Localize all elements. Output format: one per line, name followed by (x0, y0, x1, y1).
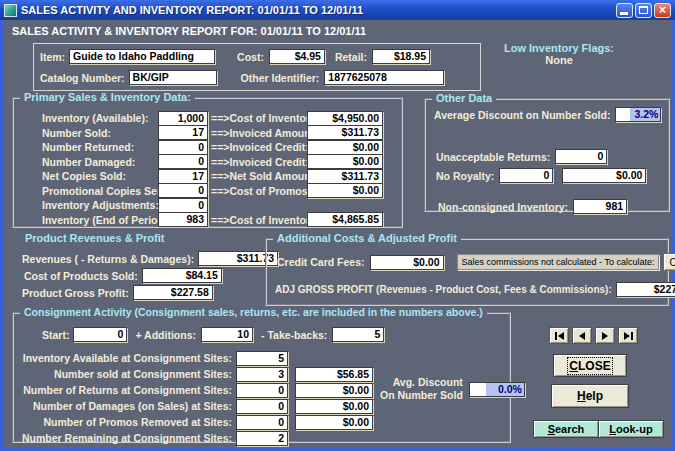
primary-row: Inventory (Available): 1,000 ==>Cost of … (42, 111, 401, 126)
primary-row: Number Damaged: 0 ==>Invoiced Credit: $0… (42, 155, 401, 170)
report-header: SALES ACTIVITY & INVENTORY REPORT FOR: 0… (12, 25, 366, 37)
close-icon: × (659, 4, 666, 16)
other-identifier-label: Other Identifier: (241, 72, 320, 84)
app-icon (4, 4, 17, 17)
non-consigned-inventory-field[interactable]: 981 (573, 199, 627, 214)
primary-row: Number Returned: 0 ==>Invoiced Credit: $… (42, 140, 401, 155)
number-sold-field[interactable]: 17 (158, 125, 208, 140)
avg-discount-label: Average Discount on Number Sold: (434, 109, 610, 121)
consignment-promos-field[interactable]: 0 (236, 415, 288, 430)
nav-previous-button[interactable] (572, 327, 592, 344)
consignment-takebacks-field[interactable]: 5 (332, 327, 384, 342)
additional-costs-group-title: Additional Costs & Adjusted Profit (273, 232, 461, 244)
avg-discount-field[interactable]: 3.2% (615, 107, 661, 122)
primary-row: Number Sold: 17 ==>Invoiced Amount: $311… (42, 126, 401, 141)
catalog-number-field[interactable]: BK/GIP (129, 70, 217, 85)
consignment-takebacks-label: - Take-backs: (261, 329, 327, 341)
nav-next-icon (602, 332, 608, 340)
consignment-returns-field[interactable]: 0 (236, 383, 288, 398)
minimize-icon (620, 12, 628, 15)
consignment-additions-field[interactable]: 10 (201, 327, 253, 342)
lookup-button[interactable]: Look-up (598, 420, 664, 438)
cost-label: Cost: (237, 51, 264, 63)
product-gross-profit-field[interactable]: $227.58 (133, 285, 213, 300)
no-royalty-label: No Royalty: (436, 170, 494, 182)
other-data-group-title: Other Data (432, 92, 496, 104)
nav-last-icon (624, 332, 630, 340)
consignment-start-field[interactable]: 0 (73, 327, 127, 342)
primary-row: Inventory Adjustments: 0 (42, 198, 401, 213)
nav-last-button[interactable] (618, 327, 638, 344)
cost-field[interactable]: $4.95 (269, 49, 325, 64)
promotional-copies-field[interactable]: 0 (158, 183, 208, 198)
adj-gross-profit-field[interactable]: $227.58 (616, 282, 675, 297)
low-inventory-flags-value: None (485, 54, 633, 66)
adj-gross-profit-label: ADJ GROSS PROFIT (Revenues - Product Cos… (275, 284, 612, 295)
nav-previous-icon (579, 332, 585, 340)
consignment-damages-field[interactable]: 0 (236, 399, 288, 414)
consignment-row: Inventory Available at Consignment Sites… (14, 350, 509, 366)
additional-costs-groupbox: Additional Costs & Adjusted Profit Credi… (265, 238, 669, 306)
other-data-groupbox: Other Data Average Discount on Number So… (424, 98, 670, 212)
product-revenues-title: Product Revenues & Profit (25, 232, 302, 244)
no-royalty-amount-field[interactable]: $0.00 (562, 168, 646, 183)
item-info-box: Item: Guide to Idaho Paddling Cost: $4.9… (33, 43, 481, 91)
consignment-additions-label: + Additions: (135, 329, 196, 341)
consignment-start-label: Start: (42, 329, 69, 341)
consignment-damages-amount-field[interactable]: $0.00 (295, 399, 373, 414)
primary-sales-group-title: Primary Sales & Inventory Data: (20, 91, 195, 103)
primary-row: Promotional Copies Sent: 0 ==>Cost of Pr… (42, 184, 401, 199)
low-inventory-flags-label: Low Inventory Flags: (485, 42, 633, 54)
net-sold-amount-field[interactable]: $311.73 (307, 169, 383, 184)
non-consigned-inventory-label: Non-consigned Inventory: (438, 201, 568, 213)
search-button[interactable]: Search (533, 420, 599, 438)
invoiced-credit-damaged-field[interactable]: $0.00 (307, 154, 383, 169)
retail-field[interactable]: $18.95 (372, 49, 430, 64)
help-button[interactable]: Help (551, 384, 629, 408)
consignment-available-field[interactable]: 5 (236, 351, 288, 366)
no-royalty-count-field[interactable]: 0 (499, 168, 553, 183)
unacceptable-returns-label: Unacceptable Returns: (436, 151, 550, 163)
consignment-group-title: Consignment Activity (Consignment sales,… (20, 306, 487, 318)
other-identifier-field[interactable]: 1877625078 (324, 70, 444, 85)
invoiced-credit-returned-field[interactable]: $0.00 (307, 140, 383, 155)
nav-first-button[interactable] (549, 327, 569, 344)
cost-of-promos-field[interactable]: $0.00 (307, 183, 383, 198)
record-navigator (549, 327, 638, 344)
calculate-button[interactable]: Calculate (663, 253, 675, 271)
net-copies-sold-field[interactable]: 17 (158, 169, 208, 184)
close-button[interactable]: CLOSE (553, 354, 627, 377)
consignment-avg-discount-label: Avg. Discount On Number Sold (380, 376, 463, 402)
consignment-returns-amount-field[interactable]: $0.00 (295, 383, 373, 398)
app-window: SALES ACTIVITY AND INVENTORY REPORT: 01/… (0, 0, 675, 451)
maximize-button[interactable] (635, 3, 652, 18)
titlebar: SALES ACTIVITY AND INVENTORY REPORT: 01/… (0, 0, 675, 20)
consignment-row: Number Remaining at Consignment Sites: 2 (14, 430, 509, 446)
item-field[interactable]: Guide to Idaho Paddling (69, 49, 215, 64)
consignment-avg-discount-field[interactable]: 0.0% (469, 382, 525, 397)
unacceptable-returns-field[interactable]: 0 (555, 149, 607, 164)
minimize-button[interactable] (616, 3, 633, 18)
inventory-end-of-period-field[interactable]: 983 (158, 212, 208, 227)
consignment-sold-field[interactable]: 3 (236, 367, 288, 382)
consignment-row: Number of Promos Removed at Sites: 0 $0.… (14, 414, 509, 430)
invoiced-amount-field[interactable]: $311.73 (307, 125, 383, 140)
cost-of-inventory-end-field[interactable]: $4,865.85 (307, 212, 383, 227)
consignment-promos-amount-field[interactable]: $0.00 (295, 415, 373, 430)
form-body: SALES ACTIVITY & INVENTORY REPORT FOR: 0… (3, 20, 672, 448)
inventory-adjustments-field[interactable]: 0 (158, 198, 208, 213)
number-damaged-field[interactable]: 0 (158, 154, 208, 169)
primary-row: Inventory (End of Period): 983 ==>Cost o… (42, 213, 401, 228)
commissions-note: Sales commissions not calculated - To ca… (457, 254, 660, 270)
consignment-remaining-field[interactable]: 2 (236, 431, 288, 446)
consignment-sold-amount-field[interactable]: $56.85 (295, 367, 373, 382)
number-returned-field[interactable]: 0 (158, 140, 208, 155)
cost-of-inventory-field[interactable]: $4,950.00 (307, 111, 383, 126)
credit-card-fees-label: Credit Card Fees: (277, 256, 365, 268)
cost-of-products-sold-field[interactable]: $84.15 (142, 268, 222, 283)
credit-card-fees-field[interactable]: $0.00 (370, 255, 444, 270)
nav-next-button[interactable] (595, 327, 615, 344)
inventory-available-field[interactable]: 1,000 (158, 111, 208, 126)
item-label: Item: (40, 51, 65, 63)
close-window-button[interactable]: × (654, 3, 671, 18)
